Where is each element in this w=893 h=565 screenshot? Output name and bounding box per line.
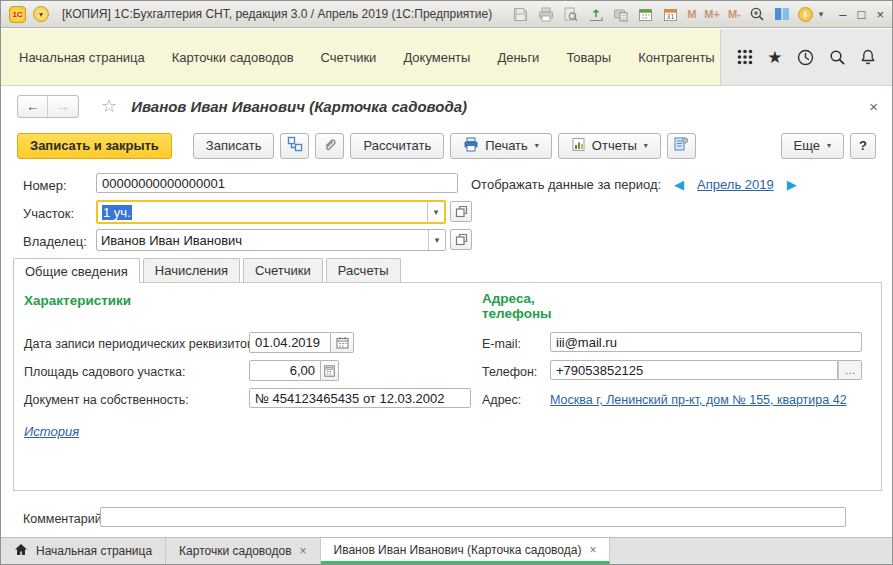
tab-accruals[interactable]: Начисления — [143, 258, 240, 282]
section-menu-bar: Начальная страница Карточки садоводов Сч… — [1, 29, 892, 86]
plot-label: Участок: — [23, 206, 74, 221]
structure-icon — [287, 136, 303, 155]
menu-item-documents[interactable]: Документы — [403, 50, 470, 65]
print-button[interactable]: Печать▾ — [450, 133, 552, 159]
chevron-down-icon[interactable]: ▾ — [428, 230, 445, 250]
area-calculator-button[interactable] — [321, 360, 339, 381]
ownership-doc-input[interactable] — [249, 388, 471, 408]
period-link[interactable]: Апрель 2019 — [697, 177, 774, 192]
owner-value: Иванов Иван Иванович — [97, 230, 428, 250]
save-and-close-button[interactable]: Записать и закрыть — [17, 133, 172, 159]
area-label: Площадь садового участка: — [24, 365, 185, 379]
chevron-down-icon[interactable]: ▾ — [427, 202, 444, 222]
form-header: ← → ☆ Иванов Иван Иванович (Карточка сад… — [17, 93, 882, 119]
tab-settlements[interactable]: Расчеты — [326, 258, 401, 282]
back-button[interactable]: ← — [18, 96, 48, 117]
more-button[interactable]: Еще▾ — [781, 133, 844, 159]
menu-item-home[interactable]: Начальная страница — [19, 50, 145, 65]
layout-columns-icon[interactable] — [773, 5, 792, 24]
main-menu-button[interactable]: ▾ — [33, 6, 49, 22]
print-icon[interactable] — [536, 5, 555, 24]
titlebar-tools: 31 M M+ M- i ▾ – □ × — [511, 5, 884, 24]
date-input[interactable] — [249, 332, 331, 353]
favorites-star-icon[interactable]: ★ — [767, 49, 782, 66]
menu-item-counterparties[interactable]: Контрагенты — [638, 50, 715, 65]
1c-logo-icon: 1С — [9, 6, 26, 23]
number-input[interactable] — [96, 173, 458, 193]
calendar-31-icon[interactable]: 31 — [661, 5, 680, 24]
email-label: E-mail: — [482, 337, 521, 351]
history-icon[interactable] — [796, 48, 815, 67]
window-close-button[interactable]: × — [876, 8, 884, 21]
tab-close-icon[interactable]: × — [300, 544, 307, 558]
forward-button[interactable]: → — [48, 96, 78, 117]
bottom-tab-gardener-cards[interactable]: Карточки садоводов × — [166, 538, 320, 564]
app-window: 1С ▾ [КОПИЯ] 1С:Бухгалтерия СНТ, редакци… — [0, 0, 893, 565]
plot-value: 1 уч. — [102, 205, 132, 220]
help-button[interactable]: ? — [850, 133, 876, 159]
previous-period-arrow-icon[interactable]: ◀ — [674, 178, 684, 191]
print-settings-icon[interactable] — [611, 5, 630, 24]
calculate-button[interactable]: Рассчитать — [350, 133, 444, 159]
save-button[interactable]: Записать — [193, 133, 275, 159]
phone-input[interactable] — [550, 360, 838, 380]
svg-text:31: 31 — [667, 12, 675, 20]
history-link[interactable]: История — [24, 424, 79, 439]
owner-open-button[interactable] — [450, 229, 472, 250]
menu-item-money[interactable]: Деньги — [497, 50, 539, 65]
menu-item-goods[interactable]: Товары — [566, 50, 611, 65]
maximize-button[interactable]: □ — [858, 8, 866, 21]
area-input-group — [249, 360, 339, 381]
window-title: [КОПИЯ] 1С:Бухгалтерия СНТ, редакция 3.0… — [62, 7, 492, 21]
print-preview-icon[interactable] — [561, 5, 580, 24]
tab-counters[interactable]: Счетчики — [243, 258, 323, 282]
chevron-down-icon: ▾ — [39, 10, 43, 19]
bottom-tab-gardener-card-ivanov[interactable]: Иванов Иван Иванович (Карточка садовода)… — [321, 538, 611, 564]
phone-input-group: … — [550, 360, 862, 380]
section-menu-items: Начальная страница Карточки садоводов Сч… — [19, 29, 777, 85]
attachments-button[interactable] — [315, 133, 344, 159]
all-functions-grid-icon[interactable] — [736, 48, 754, 66]
zoom-icon[interactable] — [748, 5, 767, 24]
phone-more-button[interactable]: … — [838, 360, 862, 380]
email-input[interactable] — [550, 332, 862, 352]
chevron-down-icon: ▾ — [644, 141, 648, 150]
menu-item-counters[interactable]: Счетчики — [321, 50, 377, 65]
plot-combo[interactable]: 1 уч. ▾ — [96, 200, 446, 224]
create-based-on-button[interactable] — [280, 133, 309, 159]
search-icon[interactable] — [828, 48, 846, 66]
notifications-bell-icon[interactable] — [859, 48, 877, 66]
owner-combo[interactable]: Иванов Иван Иванович ▾ — [96, 229, 446, 251]
document-settings-button[interactable] — [667, 133, 696, 159]
titlebar-dropdown-icon[interactable]: ▾ — [819, 9, 824, 19]
save-icon[interactable] — [511, 5, 530, 24]
favorite-star-icon[interactable]: ☆ — [101, 95, 117, 117]
form-close-button[interactable]: × — [865, 98, 882, 115]
paperclip-icon — [322, 136, 338, 155]
send-icon[interactable] — [586, 5, 605, 24]
reports-button[interactable]: Отчеты▾ — [558, 133, 661, 159]
date-label: Дата записи периодических реквизитов: — [24, 337, 257, 351]
phone-label: Телефон: — [482, 365, 537, 379]
info-button[interactable]: i — [798, 7, 813, 22]
menu-item-gardener-cards[interactable]: Карточки садоводов — [172, 50, 294, 65]
form-tabs: Общие сведения Начисления Счетчики Расче… — [13, 258, 404, 283]
tab-general-info[interactable]: Общие сведения — [13, 258, 140, 283]
next-period-arrow-icon[interactable]: ▶ — [787, 178, 797, 191]
address-label: Адрес: — [482, 393, 521, 407]
home-icon — [14, 543, 28, 559]
minimize-button[interactable]: – — [839, 8, 846, 21]
memory-subtract-button[interactable]: M- — [727, 8, 742, 20]
titlebar: 1С ▾ [КОПИЯ] 1С:Бухгалтерия СНТ, редакци… — [1, 1, 892, 28]
memory-add-button[interactable]: M+ — [703, 8, 721, 20]
bottom-tab-home[interactable]: Начальная страница — [1, 538, 166, 564]
calendar-icon[interactable] — [636, 5, 655, 24]
area-input[interactable] — [249, 360, 321, 381]
memory-recall-button[interactable]: M — [686, 8, 697, 20]
plot-open-button[interactable] — [450, 201, 472, 222]
address-link[interactable]: Москва г, Ленинский пр-кт, дом № 155, кв… — [550, 393, 847, 407]
date-calendar-button[interactable] — [331, 332, 354, 353]
comment-input[interactable] — [100, 507, 846, 527]
general-info-panel: Характеристики Адреса, телефоны Дата зап… — [13, 282, 882, 491]
tab-close-icon[interactable]: × — [589, 543, 596, 557]
